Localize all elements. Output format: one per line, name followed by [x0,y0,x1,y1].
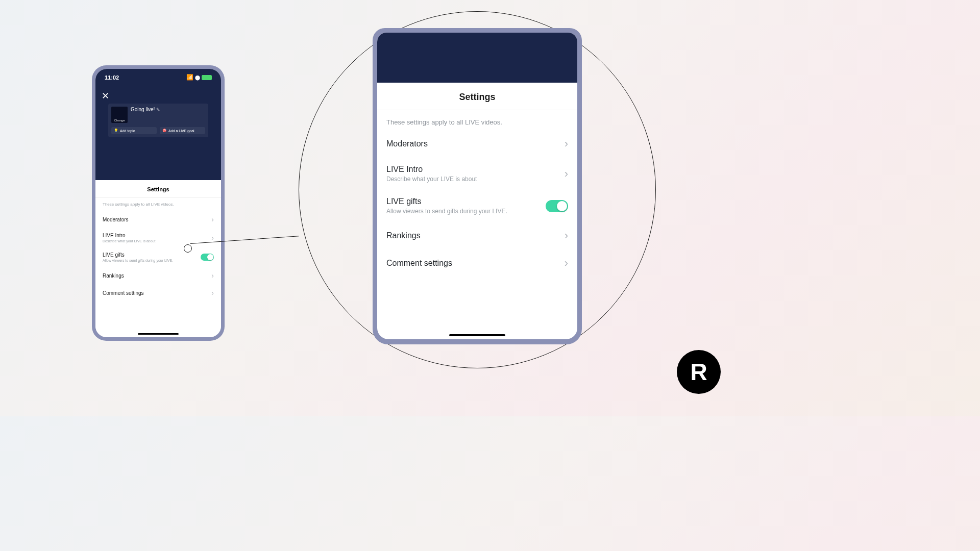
stream-setup-area: 11:02 📶 ⬤ ✕ Change Going live! ✎ 💡Ad [95,69,221,180]
lightbulb-icon: 💡 [114,129,118,133]
phone-screen: 11:02 📶 ⬤ ✕ Change Going live! ✎ 💡Ad [95,69,221,337]
phone-screen-large: Settings These settings apply to all LIV… [377,33,577,339]
moderators-row[interactable]: Moderators › [95,211,221,228]
chevron-right-icon: › [565,137,568,151]
comment-settings-row[interactable]: Comment settings › [95,284,221,302]
rankings-row[interactable]: Rankings › [377,222,577,249]
close-button[interactable]: ✕ [102,90,109,102]
signal-icon: 📶 [186,74,193,81]
live-intro-row[interactable]: LIVE Intro Describe what your LIVE is ab… [377,158,577,190]
phone-mockup-small: 11:02 📶 ⬤ ✕ Change Going live! ✎ 💡Ad [92,65,225,341]
live-gifts-row: LIVE gifts Allow viewers to send gifts d… [95,247,221,267]
battery-icon [202,75,212,80]
settings-title: Settings [377,83,577,110]
settings-title: Settings [95,180,221,198]
settings-panel: Settings These settings apply to all LIV… [95,180,221,337]
rankings-row[interactable]: Rankings › [95,267,221,284]
status-bar: 11:02 📶 ⬤ [102,74,215,81]
settings-panel-large: Settings These settings apply to all LIV… [377,83,577,277]
wifi-icon: ⬤ [195,75,200,80]
stream-card: Change Going live! ✎ 💡Add topic 🎯Add a L… [108,104,208,137]
chevron-right-icon: › [211,234,214,242]
stream-thumbnail[interactable]: Change [111,107,128,123]
chevron-right-icon: › [565,229,568,242]
brand-logo: R [677,350,721,394]
add-live-goal-button[interactable]: 🎯Add a LIVE goal [160,127,205,134]
live-gifts-toggle[interactable] [201,254,214,261]
stream-area-cropped [377,33,577,83]
chevron-right-icon: › [211,289,214,297]
moderators-row[interactable]: Moderators › [377,130,577,158]
status-time: 11:02 [105,74,119,81]
chevron-right-icon: › [565,167,568,181]
focus-dot [184,244,192,253]
settings-caption: These settings apply to all LIVE videos. [377,110,577,130]
phone-mockup-large: Settings These settings apply to all LIV… [373,28,582,344]
chevron-right-icon: › [211,215,214,223]
home-indicator [449,334,505,336]
edit-icon: ✎ [156,107,160,112]
comment-settings-row[interactable]: Comment settings › [377,249,577,277]
chevron-right-icon: › [211,271,214,280]
settings-caption: These settings apply to all LIVE videos. [95,198,221,211]
target-icon: 🎯 [162,129,167,133]
live-gifts-toggle[interactable] [546,200,568,212]
live-intro-row[interactable]: LIVE Intro Describe what your LIVE is ab… [95,228,221,247]
live-gifts-row: LIVE gifts Allow viewers to send gifts d… [377,190,577,222]
chevron-right-icon: › [565,257,568,270]
home-indicator [138,333,179,335]
stream-title[interactable]: Going live! ✎ [131,107,160,112]
add-topic-button[interactable]: 💡Add topic [111,127,157,134]
status-icons: 📶 ⬤ [186,74,212,81]
